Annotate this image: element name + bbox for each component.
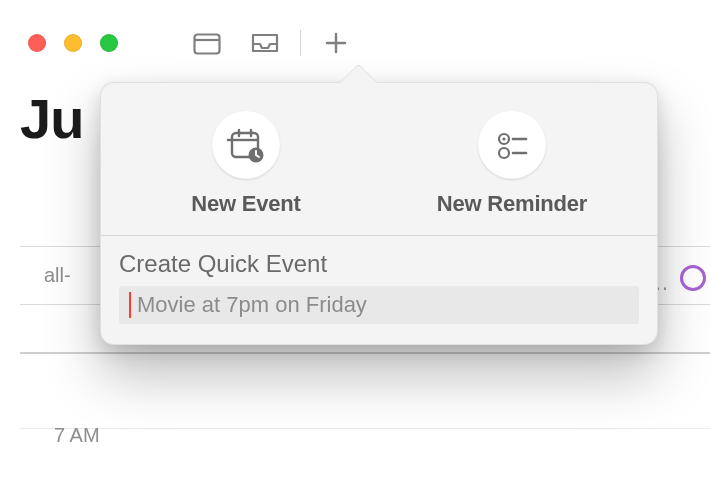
text-cursor [129, 292, 131, 318]
quick-event-field[interactable] [119, 286, 639, 324]
window-minimize-button[interactable] [64, 34, 82, 52]
new-reminder-label: New Reminder [437, 191, 587, 217]
svg-point-10 [502, 137, 505, 140]
calendar-add-icon [212, 111, 280, 179]
window-close-button[interactable] [28, 34, 46, 52]
plus-icon [324, 31, 348, 55]
svg-point-12 [499, 148, 509, 158]
quick-event-section: Create Quick Event [101, 236, 657, 324]
new-reminder-button[interactable]: New Reminder [379, 111, 645, 217]
new-item-type-row: New Event New Reminder [101, 83, 657, 235]
add-toolbar-button[interactable] [307, 28, 365, 58]
new-event-button[interactable]: New Event [113, 111, 379, 217]
circle-icon [680, 265, 706, 291]
traffic-lights [28, 34, 118, 52]
month-title: Ju [20, 86, 83, 151]
quick-event-heading: Create Quick Event [119, 250, 639, 278]
new-event-label: New Event [191, 191, 300, 217]
toolbar [178, 28, 365, 58]
all-day-row-label: all- [44, 264, 71, 287]
quick-event-input[interactable] [135, 291, 631, 319]
grid-line [20, 428, 710, 429]
inbox-icon [250, 31, 280, 55]
grid-line [20, 352, 710, 354]
all-day-event-marker[interactable] [678, 263, 708, 293]
toolbar-separator [300, 30, 301, 56]
new-event-popover: New Event New Reminder Create Quick Even… [100, 82, 658, 345]
calendars-toolbar-button[interactable] [178, 28, 236, 58]
calendar-icon [193, 31, 221, 55]
inbox-toolbar-button[interactable] [236, 28, 294, 58]
window-zoom-button[interactable] [100, 34, 118, 52]
reminders-icon [478, 111, 546, 179]
svg-rect-0 [195, 35, 220, 54]
hour-label-7am: 7 AM [54, 424, 100, 447]
window-titlebar [0, 0, 710, 58]
